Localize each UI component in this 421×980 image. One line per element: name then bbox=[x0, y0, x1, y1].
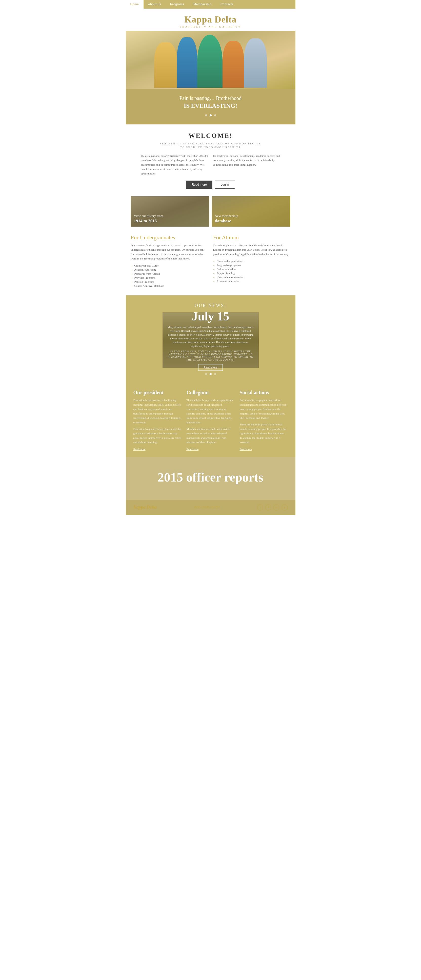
social-text-1: Social media is a popular method for soc… bbox=[240, 398, 288, 420]
nav-about[interactable]: About us bbox=[144, 0, 166, 9]
membership-card[interactable]: New membership database bbox=[212, 196, 290, 227]
list-item: New student orientation bbox=[213, 275, 290, 279]
social-read-more[interactable]: Read more bbox=[240, 448, 252, 451]
undergrads-text: Our students funds a large number of res… bbox=[131, 243, 208, 261]
person-3 bbox=[197, 35, 223, 88]
news-dot-1[interactable] bbox=[205, 373, 207, 375]
list-item: Progressive programs bbox=[213, 263, 290, 267]
president-read-more[interactable]: Read more bbox=[133, 448, 145, 451]
president-text-1: Education is the process of facilitating… bbox=[133, 398, 182, 425]
social-text-2: These are the right places to introduce … bbox=[240, 422, 288, 445]
site-subtitle: FRATERNITY AND SORORITY bbox=[126, 25, 295, 28]
alumni-col: For Alumni Our school pleased to offer o… bbox=[213, 234, 290, 288]
dot-1[interactable] bbox=[205, 114, 207, 116]
dot-3[interactable] bbox=[214, 114, 216, 116]
news-read-more-button[interactable]: Read more bbox=[198, 364, 223, 371]
social-col: Social actions Social media is a popular… bbox=[237, 390, 290, 451]
news-card: July 15 Many students are cash-strapped,… bbox=[163, 312, 259, 368]
person-4 bbox=[223, 41, 244, 88]
news-card-content: July 15 Many students are cash-strapped,… bbox=[163, 312, 259, 368]
collegium-col: Collegium The ambition is to provide an … bbox=[184, 390, 237, 451]
list-item: Academic Advising bbox=[131, 267, 208, 272]
diamond-icon[interactable]: ♦ bbox=[282, 504, 288, 511]
welcome-text-right: for leadership, personal development, ac… bbox=[213, 154, 280, 176]
undergrads-list: Grant Proposal Guide Academic Advising P… bbox=[131, 264, 208, 288]
undergrads-col: For Undergraduates Our students funds a … bbox=[131, 234, 208, 288]
officer-reports-heading: 2015 officer reports bbox=[131, 470, 290, 485]
welcome-content: We are a national sorority fraternity wi… bbox=[141, 154, 280, 176]
site-title: Kappa Delta bbox=[126, 14, 295, 25]
person-1 bbox=[154, 42, 177, 88]
nav-programs[interactable]: Programs bbox=[166, 0, 189, 9]
officer-reports-section: 2015 officer reports bbox=[126, 457, 295, 500]
history-line1: View our history from bbox=[134, 214, 163, 218]
welcome-text-left: We are a national sorority fraternity wi… bbox=[141, 154, 208, 176]
list-item: Course Approval Database bbox=[131, 284, 208, 288]
mini-columns-section: Our president Education is the process o… bbox=[126, 383, 295, 457]
news-dot-2[interactable] bbox=[210, 373, 212, 375]
footer-phone: 800-2345-6789 bbox=[195, 505, 220, 509]
list-item: Petition Programs bbox=[131, 280, 208, 284]
collegium-heading: Collegium bbox=[187, 390, 235, 396]
person-2 bbox=[177, 37, 197, 88]
nav-membership[interactable]: Membership bbox=[189, 0, 216, 9]
alumni-list: Clubs and organizations Progressive prog… bbox=[213, 259, 290, 283]
president-heading: Our president bbox=[133, 390, 182, 396]
news-body: Many students are cash-strapped, nowaday… bbox=[167, 325, 254, 348]
login-button[interactable]: Log in bbox=[215, 181, 235, 189]
news-section: OUR NEWS: July 15 Many students are cash… bbox=[126, 295, 295, 383]
hero-dots bbox=[131, 113, 290, 117]
president-text-2: Education frequently takes place under t… bbox=[133, 427, 182, 445]
person-5 bbox=[244, 38, 267, 88]
alumni-text: Our school pleased to offer our free Alu… bbox=[213, 243, 290, 257]
list-item: Clubs and organizations bbox=[213, 259, 290, 263]
hero-banner: Pain is passing… Brotherhood IS EVERLAST… bbox=[126, 89, 295, 124]
star-icon[interactable]: ✦ bbox=[265, 504, 271, 511]
list-item: Postcards from Abroad bbox=[131, 272, 208, 276]
collegium-read-more[interactable]: Read more bbox=[187, 448, 199, 451]
welcome-buttons: Read more Log in bbox=[141, 181, 280, 189]
read-more-button[interactable]: Read more bbox=[186, 181, 212, 189]
undergrads-heading: For Undergraduates bbox=[131, 234, 208, 241]
news-title: OUR NEWS: bbox=[131, 303, 290, 308]
news-dot-3[interactable] bbox=[214, 373, 216, 375]
news-date: July 15 bbox=[191, 309, 229, 323]
info-columns: For Undergraduates Our students funds a … bbox=[126, 232, 295, 295]
news-cta: IF YOU KNOW THIS, YOU CAN UTILIZE IT TO … bbox=[167, 350, 254, 361]
welcome-heading: WELCOME! bbox=[141, 132, 280, 140]
member-card-text: New membership database bbox=[212, 211, 241, 226]
news-dots bbox=[131, 372, 290, 376]
member-line1: New membership bbox=[215, 214, 238, 218]
site-header: Kappa Delta FRATERNITY AND SORORITY bbox=[126, 9, 295, 31]
nav-home[interactable]: Home bbox=[126, 0, 144, 9]
president-col: Our president Education is the process o… bbox=[131, 390, 184, 451]
facebook-icon[interactable]: f bbox=[257, 504, 263, 511]
member-line2: database bbox=[215, 218, 238, 224]
main-nav: Home About us Programs Membership Contac… bbox=[126, 0, 295, 9]
welcome-tagline: FRATERNITY IS THE FUEL THAT ALLOWS COMMO… bbox=[141, 142, 280, 149]
linkedin-icon[interactable]: in bbox=[273, 504, 279, 511]
footer-logo: Kappa Delta bbox=[133, 504, 157, 510]
collegium-text-2: Monthly seminars are held with invited r… bbox=[187, 427, 235, 445]
history-card[interactable]: View our history from 1914 to 2015 bbox=[131, 196, 209, 227]
hero-people bbox=[154, 32, 267, 88]
list-item: Support funding bbox=[213, 271, 290, 275]
dot-2[interactable] bbox=[210, 114, 212, 116]
list-item: Provider Programs bbox=[131, 276, 208, 280]
history-card-text: View our history from 1914 to 2015 bbox=[131, 211, 166, 226]
welcome-section: WELCOME! FRATERNITY IS THE FUEL THAT ALL… bbox=[126, 124, 295, 194]
list-item: Academic education bbox=[213, 279, 290, 283]
list-item: Grant Proposal Guide bbox=[131, 264, 208, 267]
hero-image bbox=[126, 31, 295, 89]
collegium-text-1: The ambition is to provide an open forum… bbox=[187, 398, 235, 425]
site-footer: Kappa Delta 800-2345-6789 f ✦ in ♦ bbox=[126, 500, 295, 515]
hero-tagline: Pain is passing… Brotherhood IS EVERLAST… bbox=[131, 95, 290, 110]
alumni-heading: For Alumni bbox=[213, 234, 290, 241]
promo-cards: View our history from 1914 to 2015 New m… bbox=[126, 194, 295, 232]
list-item: Online education bbox=[213, 267, 290, 271]
footer-social: f ✦ in ♦ bbox=[257, 504, 288, 511]
nav-contacts[interactable]: Contacts bbox=[216, 0, 238, 9]
social-heading: Social actions bbox=[240, 390, 288, 396]
history-line2: 1914 to 2015 bbox=[134, 218, 163, 224]
